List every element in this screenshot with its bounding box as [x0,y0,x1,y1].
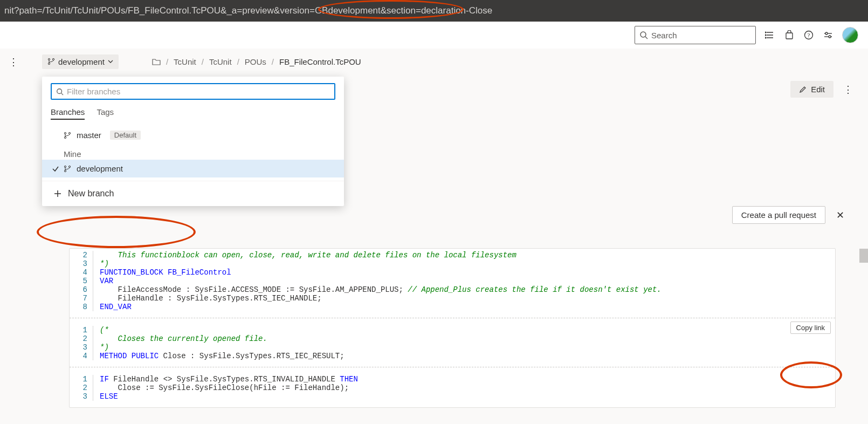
create-pull-request-button[interactable]: Create a pull request [732,206,825,224]
content-area: ⋮ development / TcUnit / TcUnit [0,49,868,424]
code-line[interactable]: 3*) [70,343,835,352]
code-source: FileAccessMode : SysFile.ACCESS_MODE := … [93,285,662,294]
svg-point-24 [68,132,70,134]
git-branch-icon [47,58,55,65]
code-line[interactable]: 3ELSE [70,392,835,401]
svg-point-25 [64,166,66,167]
check-icon [52,165,59,173]
main-column: development / TcUnit / TcUnit / POUs / F… [26,49,868,424]
line-number: 7 [70,294,93,303]
default-badge: Default [110,131,141,140]
code-source: VAR [93,277,113,285]
list-icon[interactable] [764,30,775,40]
svg-point-0 [640,32,646,37]
scrollbar-thumb[interactable] [859,249,868,263]
right-actions: Edit ⋮ [790,81,853,98]
url-bar[interactable]: nit?path=/TcUnit/TcUnit/POUs/FB_FileCont… [0,0,868,22]
breadcrumb-separator: / [166,57,168,66]
code-line[interactable]: 7 FileHandle : SysFile.SysTypes.RTS_IEC_… [70,294,835,303]
code-line[interactable]: 2 Close := SysFile.SysFileClose(hFile :=… [70,384,835,392]
copy-link-button[interactable]: Copy link [790,322,831,334]
code-line[interactable]: 3*) [70,259,835,268]
code-source: FileHandle : SysFile.SysTypes.RTS_IEC_HA… [93,294,322,303]
edit-button[interactable]: Edit [790,81,833,98]
svg-point-23 [64,136,66,138]
search-input[interactable] [651,31,754,40]
breadcrumb-separator: / [272,57,274,66]
code-line[interactable]: 5VAR [70,277,835,285]
breadcrumb: / TcUnit / TcUnit / POUs / FB_FileContro… [152,57,361,66]
code-source: ELSE [93,392,118,401]
line-number: 6 [70,285,93,294]
code-line[interactable]: 2 This functionblock can open, close, re… [70,251,835,259]
code-block-2: Copy link 1(*2 Closes the currently open… [70,318,835,367]
code-source: METHOD PUBLIC Close : SysFile.SysTypes.R… [93,352,345,360]
code-line[interactable]: 1(* [70,326,835,334]
svg-point-22 [64,132,66,134]
line-number: 3 [70,343,93,352]
svg-point-17 [48,58,50,60]
code-block-3: 1IF FileHandle <> SysFile.SysTypes.RTS_I… [70,367,835,407]
help-icon[interactable]: ? [803,30,814,40]
branch-row-label: development [77,164,123,173]
line-number: 1 [70,375,93,384]
svg-point-27 [68,166,70,167]
settings-icon[interactable] [823,30,833,40]
code-source: IF FileHandle <> SysFile.SysTypes.RTS_IN… [93,375,358,384]
filter-branches-input[interactable] [67,87,330,96]
svg-point-12 [829,36,831,38]
branch-row-master[interactable]: master Default [42,126,344,144]
line-number: 2 [70,384,93,392]
code-line[interactable]: 1IF FileHandle <> SysFile.SysTypes.RTS_I… [70,375,835,384]
code-source: Closes the currently opened file. [93,334,267,343]
code-line[interactable]: 4FUNCTION_BLOCK FB_FileControl [70,268,835,277]
line-number: 3 [70,392,93,401]
svg-text:?: ? [808,32,810,38]
git-branch-icon [64,165,71,173]
pivot-branches[interactable]: Branches [51,105,85,120]
breadcrumb-separator: / [237,57,239,66]
branch-row-label: master [77,131,101,140]
line-number: 8 [70,303,93,311]
chevron-down-icon [108,59,113,64]
close-icon[interactable]: ✕ [836,209,844,221]
code-line[interactable]: 4METHOD PUBLIC Close : SysFile.SysTypes.… [70,352,835,360]
top-toolbar: ? [0,22,868,49]
more-vertical-icon[interactable]: ⋮ [9,56,17,424]
code-source: (* [93,326,109,334]
code-line[interactable]: 2 Closes the currently opened file. [70,334,835,343]
bag-icon[interactable] [784,30,795,40]
breadcrumb-seg[interactable]: TcUnit [174,57,196,66]
svg-point-18 [48,63,50,64]
pivot-tags[interactable]: Tags [97,105,114,120]
code-line[interactable]: 6 FileAccessMode : SysFile.ACCESS_MODE :… [70,285,835,294]
code-source: Close := SysFile.SysFileClose(hFile := F… [93,384,349,392]
svg-point-19 [52,58,54,60]
svg-rect-8 [786,33,793,39]
breadcrumb-seg[interactable]: TcUnit [209,57,232,66]
plus-icon [54,190,61,197]
code-source: END_VAR [93,303,132,311]
code-source: *) [93,259,109,268]
branch-selector-button[interactable]: development [42,54,119,69]
more-vertical-icon[interactable]: ⋮ [843,84,853,95]
breadcrumb-seg[interactable]: POUs [245,57,266,66]
filter-input-wrap[interactable] [51,83,335,100]
line-number: 1 [70,326,93,334]
folder-icon[interactable] [152,58,161,65]
search-box[interactable] [635,26,756,44]
new-branch-button[interactable]: New branch [42,181,344,204]
search-icon [639,30,648,40]
pr-callout: Create a pull request ✕ [732,206,844,224]
avatar[interactable] [842,27,858,43]
filter-row [42,77,344,105]
code-block-1: 2 This functionblock can open, close, re… [70,249,835,318]
branch-list: master Default Mine development [42,123,344,181]
code-line[interactable]: 8END_VAR [70,303,835,311]
breadcrumb-separator: / [202,57,204,66]
edit-label: Edit [811,85,825,94]
breadcrumb-seg-current: FB_FileControl.TcPOU [279,57,361,66]
git-branch-icon [64,132,71,139]
new-branch-label: New branch [68,189,114,199]
branch-row-development[interactable]: development [42,160,344,177]
